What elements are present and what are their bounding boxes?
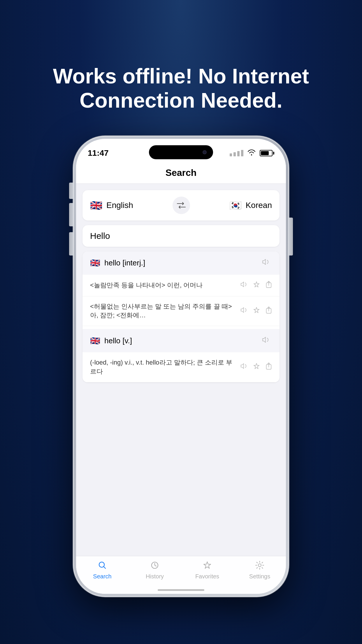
speaker-icon: [261, 258, 270, 268]
target-lang-label: Korean: [246, 201, 272, 210]
result-1-actions: [240, 281, 272, 290]
camera-indicator: [203, 150, 207, 154]
entry-1-share-button[interactable]: [266, 281, 272, 290]
phone-screen: 11:47: [76, 139, 286, 594]
entry-1-speaker-button[interactable]: [240, 281, 247, 290]
speaker-2-icon: [261, 336, 270, 346]
result-2-label: 🇬🇧 hello [v.]: [90, 336, 132, 346]
result-2-actions: [240, 306, 272, 316]
result-text-3: (-loed, -ing) v.i., v.t. hello라고 말하다; 큰 …: [90, 358, 240, 376]
silent-switch-button: [69, 183, 73, 199]
headline: Works offline! No Internet Connection Ne…: [50, 32, 312, 113]
result-2-word: hello [v.]: [104, 336, 132, 345]
result-entry-3: (-loed, -ing) v.i., v.t. hello라고 말하다; 큰 …: [82, 352, 280, 382]
settings-tab-label: Settings: [249, 573, 270, 580]
entry-1-favorite-button[interactable]: [253, 281, 260, 290]
result-3-actions: [240, 362, 272, 372]
tab-history[interactable]: History: [129, 560, 181, 580]
results-section: 🇬🇧 hello [interj.]: [82, 251, 280, 382]
tab-search[interactable]: Search: [76, 560, 129, 580]
entry-2-favorite-button[interactable]: [253, 306, 260, 316]
result-group-1-header: 🇬🇧 hello [interj.]: [82, 251, 280, 275]
entry-2-share-button[interactable]: [266, 306, 272, 316]
volume-down-button: [69, 232, 73, 256]
settings-tab-icon: [255, 560, 265, 571]
home-indicator: [158, 589, 204, 591]
phone-outer-frame: 11:47: [73, 136, 289, 597]
app-screen: Search 🇬🇧 English: [76, 162, 286, 594]
search-tab-icon: [97, 560, 107, 571]
tab-favorites[interactable]: Favorites: [181, 560, 233, 580]
battery-icon: [260, 150, 274, 156]
nav-title: Search: [166, 167, 197, 178]
result-1-label: 🇬🇧 hello [interj.]: [90, 258, 145, 268]
tab-bar: Search History: [76, 556, 286, 594]
result-text-1: <놀람만족 등을 나타내어> 이런, 어머나: [90, 281, 240, 290]
swap-languages-button[interactable]: [173, 197, 190, 214]
history-tab-icon: [150, 560, 160, 571]
search-input-container[interactable]: [82, 225, 280, 247]
status-icons: [230, 149, 274, 157]
source-lang-label: English: [106, 201, 133, 210]
nav-bar: Search: [76, 162, 286, 184]
source-language[interactable]: 🇬🇧 English: [90, 200, 133, 211]
result-entry-2: <허물없는 인사부르는 말 또는 남의 주의를 끌 때> 아, 잠깐; <전화에…: [82, 296, 280, 326]
tab-settings[interactable]: Settings: [233, 560, 286, 580]
volume-up-button: [69, 203, 73, 226]
language-selector[interactable]: 🇬🇧 English 🇰🇷 Korean: [82, 190, 280, 220]
result-1-word: hello [interj.]: [104, 258, 145, 267]
result-entry-1: <놀람만족 등을 나타내어> 이런, 어머나: [82, 275, 280, 296]
wifi-icon: [247, 149, 256, 157]
result-2-flag: 🇬🇧: [90, 336, 100, 346]
favorites-tab-label: Favorites: [195, 573, 219, 580]
favorites-tab-icon: [202, 560, 212, 571]
headline-text: Works offline! No Internet Connection Ne…: [50, 64, 312, 113]
result-1-speaker-button[interactable]: [259, 257, 272, 270]
result-text-2: <허물없는 인사부르는 말 또는 남의 주의를 끌 때> 아, 잠깐; <전화에…: [90, 302, 240, 320]
svg-point-5: [258, 564, 261, 567]
power-button: [289, 218, 293, 256]
result-1-flag: 🇬🇧: [90, 258, 100, 268]
target-language[interactable]: 🇰🇷 Korean: [229, 200, 272, 211]
entry-2-speaker-button[interactable]: [240, 306, 247, 316]
source-flag-icon: 🇬🇧: [90, 200, 102, 211]
dynamic-island: [149, 145, 213, 159]
swap-icon: [177, 201, 186, 209]
status-time: 11:47: [88, 148, 109, 158]
history-tab-label: History: [146, 573, 164, 580]
entry-3-share-button[interactable]: [266, 362, 272, 372]
entry-3-speaker-button[interactable]: [240, 362, 247, 372]
search-tab-label: Search: [93, 573, 111, 580]
result-group-2-header: 🇬🇧 hello [v.]: [82, 329, 280, 352]
result-2-speaker-button[interactable]: [259, 334, 272, 347]
signal-icon: [230, 150, 243, 156]
entry-3-favorite-button[interactable]: [253, 362, 260, 372]
search-input[interactable]: [90, 231, 272, 241]
target-flag-icon: 🇰🇷: [229, 200, 242, 211]
phone-mockup: 11:47: [73, 136, 289, 597]
